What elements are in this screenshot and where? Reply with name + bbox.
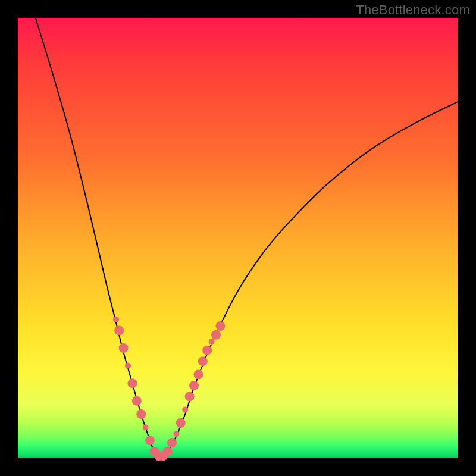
marker-dot-small (143, 424, 149, 430)
marker-dot (145, 436, 155, 445)
marker-dot (132, 396, 142, 406)
chart-svg (18, 18, 458, 458)
marker-dot (198, 356, 208, 366)
watermark-text: TheBottleneck.com (356, 2, 470, 18)
marker-dot (136, 409, 146, 419)
marker-dot (163, 447, 173, 456)
marker-dot (193, 369, 203, 379)
marker-dot (202, 346, 212, 355)
marker-dot-small (182, 407, 188, 413)
marker-dot (167, 438, 177, 447)
marker-dot-small (173, 431, 179, 437)
marker-dot (119, 343, 129, 353)
marker-dot (189, 381, 199, 390)
marker-dot (185, 392, 195, 401)
marker-dot (211, 330, 221, 340)
marker-dot-small (113, 317, 119, 322)
marker-group-major (114, 321, 225, 461)
marker-dot (114, 325, 124, 335)
marker-dot (176, 418, 186, 428)
marker-dot-small (125, 363, 131, 369)
marker-dot (127, 378, 137, 388)
chart-frame: TheBottleneck.com (0, 0, 476, 476)
marker-dot (215, 321, 225, 331)
marker-dot-small (209, 339, 215, 345)
plot-area (18, 18, 458, 458)
bottleneck-curve (36, 18, 458, 456)
